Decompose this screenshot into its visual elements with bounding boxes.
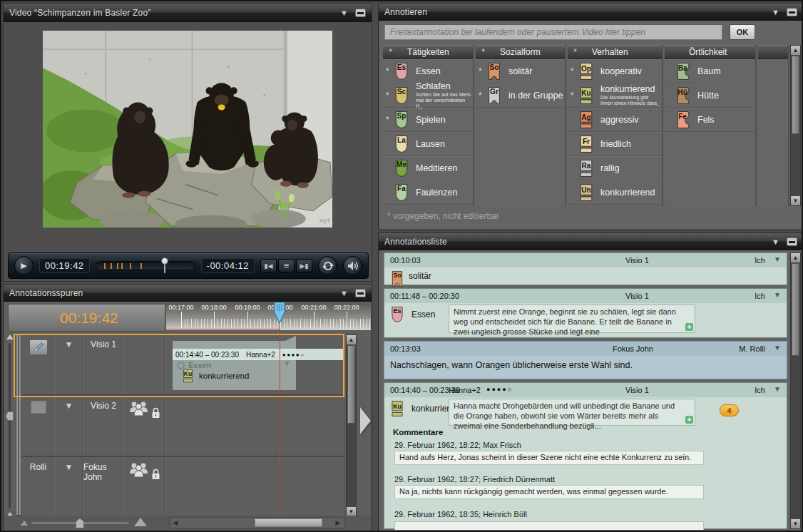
track-menu-icon[interactable]: ▼: [65, 339, 73, 394]
entry-rating-dots: ●●●●○: [486, 386, 513, 393]
scroll-thumb[interactable]: [792, 56, 799, 134]
scroll-up-icon[interactable]: ▲: [791, 46, 800, 55]
slider-thumb[interactable]: [6, 411, 14, 421]
scroll-thumb[interactable]: [347, 345, 355, 424]
ok-button[interactable]: OK: [730, 24, 755, 40]
slider-up-icon[interactable]: [6, 334, 14, 339]
scroll-thumb[interactable]: [255, 518, 322, 527]
frame-forward-button[interactable]: ▶▮: [296, 259, 312, 272]
tag-rallig[interactable]: Ra rallig: [568, 156, 662, 180]
tag-baum[interactable]: Ba Baum: [665, 59, 755, 83]
entry-menu-icon[interactable]: ▼: [774, 344, 781, 352]
tracks-scrollbar[interactable]: ▲ ▼: [346, 334, 357, 517]
playhead-marker[interactable]: [273, 302, 286, 324]
track-lane[interactable]: [165, 457, 344, 517]
frame-back-button[interactable]: ▮◀: [260, 259, 277, 272]
frame-menu-button[interactable]: ≡: [278, 259, 295, 272]
track-menu-icon[interactable]: ▼: [65, 401, 73, 456]
freetext-annotation-input[interactable]: [384, 24, 722, 40]
list-panel-menu-icon[interactable]: ▼: [772, 237, 779, 246]
list-panel-title: Annotationsliste: [384, 237, 764, 247]
tag-friedlich[interactable]: Fr friedlich: [568, 132, 662, 156]
application-window: Video “Schimpanzen im Basler Zoo” ▼: [0, 0, 803, 532]
video-display[interactable]: HpT: [43, 31, 332, 227]
tracks-panel-minimize-icon[interactable]: [355, 289, 366, 297]
tag-lausen[interactable]: La Lausen: [383, 132, 473, 156]
tag-fels[interactable]: Fe Fels: [665, 108, 755, 132]
entry-author: Ich: [755, 256, 765, 265]
timeline-zoom-slider[interactable]: [31, 521, 129, 525]
entry-menu-icon[interactable]: ▼: [774, 385, 781, 393]
annotation-entry[interactable]: 00:13:03 Fokus John M. Rolli ▼ Nachschla…: [384, 341, 787, 379]
zoom-slider-thumb[interactable]: [76, 518, 84, 528]
edit-track-button[interactable]: [29, 339, 48, 355]
list-scrollbar[interactable]: ▲ ▼: [790, 252, 801, 529]
tag-essen[interactable]: * Es Essen: [383, 59, 473, 83]
scroll-up-icon[interactable]: ▲: [347, 335, 356, 344]
entry-menu-icon[interactable]: ▼: [774, 291, 781, 299]
volume-button[interactable]: [343, 256, 362, 275]
list-panel-minimize-icon[interactable]: [787, 237, 797, 246]
tag-kooperativ[interactable]: * Op kooperativ: [568, 59, 662, 83]
expand-text-icon[interactable]: +: [685, 416, 693, 424]
tag-huette[interactable]: Hü Hütte: [665, 83, 755, 108]
annotate-panel-minimize-icon[interactable]: [787, 8, 797, 16]
video-panel-menu-icon[interactable]: ▼: [340, 9, 348, 17]
annotation-menu-icon[interactable]: ▼: [283, 359, 291, 367]
scroll-down-icon[interactable]: ▼: [791, 196, 800, 205]
comment-count-bubble[interactable]: 4: [720, 404, 739, 416]
tag-konkurrierend-un[interactable]: Un konkurrierend: [568, 180, 662, 205]
elapsed-time: 00:19:42: [39, 258, 90, 273]
seek-thumb[interactable]: [161, 257, 168, 275]
timeline-horizontal-scrollbar[interactable]: ◀ ▶: [169, 517, 344, 528]
tracks-panel-titlebar: Annotationsspuren ▼: [4, 285, 372, 302]
tag-schlafen[interactable]: * Sc SchlafenAchten Sie auf das Merk- ma…: [383, 83, 473, 108]
track-lane[interactable]: [165, 396, 344, 456]
scroll-down-icon[interactable]: ▼: [791, 519, 800, 528]
entry-description[interactable]: Hanna macht Drohgebärden und will unbedi…: [449, 399, 695, 426]
menu-icon: ≡: [284, 260, 290, 271]
tag-spielen[interactable]: * Sp Spielen: [383, 108, 473, 132]
track-toggle[interactable]: [31, 401, 46, 414]
annotation-tracks-panel: Annotationsspuren ▼ 00:19:42 00:17:00 00…: [3, 284, 372, 532]
zoom-out-icon[interactable]: [21, 521, 28, 526]
annotation-entry[interactable]: 00:14:40 – 00:23:30 Hanna+2 ●●●●○ Visio …: [384, 382, 787, 529]
timeline-ruler[interactable]: 00:17:00 00:18:00 00:19:00 00:20:00 00:2…: [166, 304, 371, 330]
remaining-time: -00:04:12: [201, 258, 255, 273]
track-menu-icon[interactable]: ▼: [65, 462, 73, 517]
annotation-entry[interactable]: 00:11:48 – 00:20:30 Visio 1 Ich ▼ Es Ess…: [384, 288, 787, 338]
seek-bar[interactable]: [96, 261, 195, 270]
loop-button[interactable]: [318, 256, 337, 275]
entry-description[interactable]: Nimmt zuerst eine Orange, beginnt sie zu…: [449, 305, 695, 333]
video-panel-title: Video “Schimpanzen im Basler Zoo”: [9, 8, 333, 18]
svg-text:Ku: Ku: [393, 403, 402, 410]
play-button[interactable]: ▶: [14, 256, 34, 275]
annotate-panel-menu-icon[interactable]: ▼: [772, 8, 779, 16]
track-name: Fokus John: [83, 462, 123, 517]
scroll-left-icon[interactable]: ◀: [170, 518, 180, 527]
scroll-thumb[interactable]: [792, 263, 799, 356]
tag-konkurrierend[interactable]: * Ku konkurrierendDie Mundstellung gibt …: [568, 83, 662, 108]
track-row-visio2[interactable]: ▼ Visio 2: [22, 396, 344, 457]
zoom-in-icon[interactable]: [134, 518, 147, 526]
track-height-slider[interactable]: [6, 334, 14, 517]
svg-text:Ra: Ra: [582, 162, 591, 170]
entry-menu-icon[interactable]: ▼: [774, 255, 781, 263]
track-row-fokus-john[interactable]: Rolli ▼ Fokus John: [22, 457, 344, 517]
tag-meditieren[interactable]: Me Meditieren: [383, 156, 473, 180]
scroll-up-icon[interactable]: ▲: [791, 253, 800, 262]
tag-faulenzen[interactable]: Fa Faulenzen: [383, 180, 473, 205]
panel-collapse-arrow-icon[interactable]: [360, 407, 371, 434]
tag-badge-icon: Sc: [394, 86, 409, 105]
scroll-right-icon[interactable]: ▶: [333, 518, 343, 527]
expand-text-icon[interactable]: +: [685, 323, 693, 331]
ruler-label: 00:18:00: [198, 304, 230, 311]
video-panel-minimize-icon[interactable]: [355, 9, 366, 17]
annotation-entry[interactable]: 00:10:03 Visio 1 Ich ▼ So solitär: [384, 252, 787, 285]
annotate-scrollbar[interactable]: ▲ ▼: [790, 45, 801, 206]
tracks-panel-menu-icon[interactable]: ▼: [340, 289, 348, 297]
tag-solitaer[interactable]: * So solitär: [476, 59, 565, 83]
tag-aggressiv[interactable]: Ag aggressiv: [568, 108, 662, 132]
tag-in-der-gruppe[interactable]: * Gr in der Gruppe: [476, 83, 565, 108]
track-resize-groove[interactable]: [16, 334, 21, 516]
